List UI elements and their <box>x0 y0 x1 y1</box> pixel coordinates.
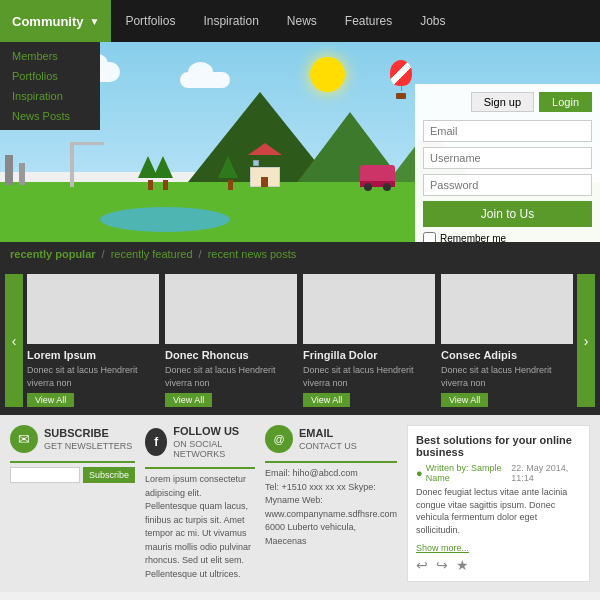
email-heading: EMAIL <box>299 427 357 439</box>
social-section: f FOLLOW US ON SOCIAL NETWORKS Lorem ips… <box>145 425 255 581</box>
login-tab[interactable]: Login <box>539 92 592 112</box>
subscribe-heading: SUBSCRIBE <box>44 427 132 439</box>
news-title: Best solutions for your online business <box>416 434 581 458</box>
dropdown-item-newsposts[interactable]: News Posts <box>0 106 100 126</box>
signup-tab[interactable]: Sign up <box>471 92 534 112</box>
login-panel: Sign up Login Join to Us Remember me For… <box>415 84 600 242</box>
dropdown-item-members[interactable]: Members <box>0 46 100 66</box>
card-btn-0[interactable]: View All <box>27 393 74 407</box>
card-1: Donec Rhoncus Donec sit at lacus Hendrer… <box>165 274 297 407</box>
tab-recently-popular[interactable]: recently popular <box>10 248 96 260</box>
social-info: FOLLOW US ON SOCIAL NETWORKS <box>173 425 255 463</box>
tree-2 <box>155 158 175 190</box>
van-base <box>360 181 395 187</box>
news-actions: ↩ ↪ ★ <box>416 557 581 573</box>
remember-me-row: Remember me <box>423 232 592 242</box>
footer: ✉ SUBSCRIBE GET NEWSLETTERS Subscribe f … <box>0 415 600 591</box>
social-divider <box>145 467 255 469</box>
news-author-text: Written by: Sample Name <box>426 463 512 483</box>
community-menu[interactable]: Community ▼ <box>0 0 111 42</box>
house-door <box>261 177 268 187</box>
join-button[interactable]: Join to Us <box>423 201 592 227</box>
house-body <box>250 167 280 187</box>
nav-item-jobs[interactable]: Jobs <box>406 0 459 42</box>
remember-checkbox[interactable] <box>423 232 436 242</box>
cards-section: ‹ Lorem Ipsum Donec sit at lacus Hendrer… <box>0 266 600 415</box>
email-icon: @ <box>265 425 293 453</box>
crane <box>70 142 74 187</box>
email-info: EMAIL CONTACT US <box>299 427 357 455</box>
news-meta: ● Written by: Sample Name 22. May 2014, … <box>416 463 581 483</box>
card-2: Fringilla Dolor Donec sit at lacus Hendr… <box>303 274 435 407</box>
sun-icon <box>310 57 345 92</box>
cloud-2 <box>180 72 230 88</box>
card-image-3 <box>441 274 573 344</box>
tabs-bar: recently popular / recently featured / r… <box>0 242 600 266</box>
next-button[interactable]: › <box>577 274 595 407</box>
nav-item-inspiration[interactable]: Inspiration <box>189 0 272 42</box>
dropdown-item-inspiration[interactable]: Inspiration <box>0 86 100 106</box>
subscribe-subheading: GET NEWSLETTERS <box>44 441 132 451</box>
card-0: Lorem Ipsum Donec sit at lacus Hendrerit… <box>27 274 159 407</box>
card-btn-1[interactable]: View All <box>165 393 212 407</box>
card-title-2: Fringilla Dolor <box>303 349 435 361</box>
card-btn-3[interactable]: View All <box>441 393 488 407</box>
email-divider <box>265 461 397 463</box>
crane-pole <box>70 142 74 187</box>
card-title-3: Consec Adipis <box>441 349 573 361</box>
card-image-1 <box>165 274 297 344</box>
tab-separator-1: / <box>102 248 105 260</box>
prev-button[interactable]: ‹ <box>5 274 23 407</box>
chevron-down-icon: ▼ <box>90 16 100 27</box>
reply-icon[interactable]: ↩ <box>416 557 428 573</box>
card-3: Consec Adipis Donec sit at lacus Hendrer… <box>441 274 573 407</box>
show-more-link[interactable]: Show more... <box>416 543 469 553</box>
news-blurb: Best solutions for your online business … <box>407 425 590 581</box>
share-icon[interactable]: ↪ <box>436 557 448 573</box>
nav-item-news[interactable]: News <box>273 0 331 42</box>
nav-item-portfolios[interactable]: Portfolios <box>111 0 189 42</box>
social-heading: FOLLOW US <box>173 425 255 437</box>
card-text-2: Donec sit at lacus Hendrerit viverra non <box>303 364 435 389</box>
hot-air-balloon <box>390 60 412 99</box>
star-icon[interactable]: ★ <box>456 557 469 573</box>
tab-recently-featured[interactable]: recently featured <box>111 248 193 260</box>
community-label: Community <box>12 14 84 29</box>
password-field[interactable] <box>423 174 592 196</box>
user-icon: ● <box>416 467 423 479</box>
email-contact-details: Tel: +1510 xxx xx xx Skype: Myname Web: … <box>265 481 397 549</box>
card-text-0: Donec sit at lacus Hendrerit viverra non <box>27 364 159 389</box>
tab-recent-news[interactable]: recent news posts <box>208 248 297 260</box>
subscribe-button[interactable]: Subscribe <box>83 467 135 483</box>
van <box>360 165 395 187</box>
social-text: Lorem ipsum consectetur adipiscing elit.… <box>145 473 255 581</box>
social-subheading: ON SOCIAL NETWORKS <box>173 439 255 459</box>
social-icon: f <box>145 428 167 456</box>
nav-item-features[interactable]: Features <box>331 0 406 42</box>
house-roof <box>248 143 282 155</box>
card-text-3: Donec sit at lacus Hendrerit viverra non <box>441 364 573 389</box>
house <box>250 155 284 187</box>
dropdown-item-portfolios[interactable]: Portfolios <box>0 66 100 86</box>
login-tabs: Sign up Login <box>423 92 592 112</box>
email-section: @ EMAIL CONTACT US Email: hiho@abcd.com … <box>265 425 397 581</box>
tab-separator-2: / <box>199 248 202 260</box>
email-field[interactable] <box>423 120 592 142</box>
van-wheel-left <box>364 183 372 191</box>
card-image-0 <box>27 274 159 344</box>
card-btn-2[interactable]: View All <box>303 393 350 407</box>
crane-arm <box>74 142 104 145</box>
tree-3 <box>220 158 240 190</box>
news-date: 22. May 2014, 11:14 <box>511 463 581 483</box>
subscribe-divider <box>10 461 135 463</box>
news-author: ● Written by: Sample Name <box>416 463 511 483</box>
card-title-1: Donec Rhoncus <box>165 349 297 361</box>
subscribe-input[interactable] <box>10 467 80 483</box>
email-address: Email: hiho@abcd.com <box>265 467 397 481</box>
community-dropdown: Members Portfolios Inspiration News Post… <box>0 42 100 130</box>
card-title-0: Lorem Ipsum <box>27 349 159 361</box>
cards-container: ‹ Lorem Ipsum Donec sit at lacus Hendrer… <box>5 274 595 407</box>
cards-list: Lorem Ipsum Donec sit at lacus Hendrerit… <box>23 274 577 407</box>
chimney-1 <box>5 155 13 185</box>
username-field[interactable] <box>423 147 592 169</box>
